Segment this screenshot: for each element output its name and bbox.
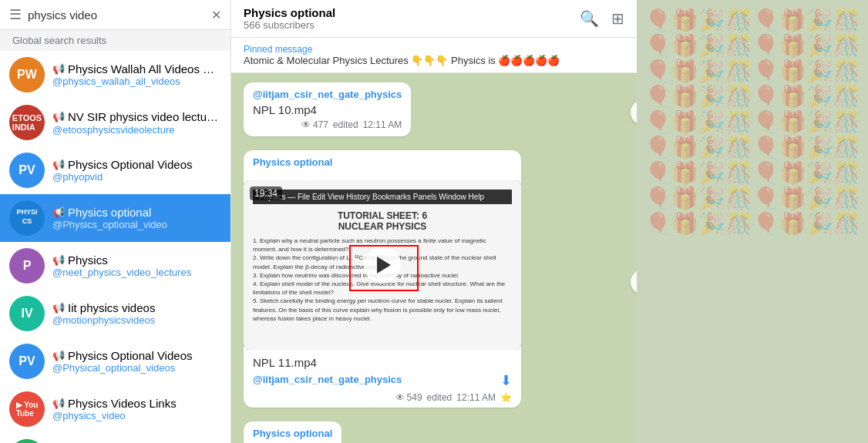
chat-info: 📢 NV SIR physics video lectures NV 🎉 @et… — [52, 110, 221, 136]
columns-icon[interactable]: ⊞ — [611, 9, 624, 28]
broadcast-icon: 📢 — [52, 302, 65, 314]
edited-label-2: edited — [427, 392, 453, 403]
chat-name: Physics Videos Links — [68, 397, 177, 410]
sidebar-item-nv-sir[interactable]: ETOOSINDIA 📢 NV SIR physics video lectur… — [0, 99, 230, 146]
eye-icon-2: 👁 — [395, 392, 405, 403]
chat-info: 📢 Physics Videos Links @physics_video — [52, 397, 221, 421]
channel-msg-header-2: Physics optional — [244, 150, 521, 177]
main-chat: Physics optional 566 subscribers 🔍 ⊞ Pin… — [231, 0, 637, 443]
sidebar-item-physics-optional-videos-2[interactable]: PV 📢 Physics Optional Videos @Physical_o… — [0, 337, 230, 385]
chat-header-subtitle: 566 subscribers — [244, 19, 580, 31]
avatar: ETOOSINDIA — [9, 105, 45, 140]
sidebar-item-physics-optional[interactable]: PHYSICS 📢 Physics optional @Physics_opti… — [0, 194, 230, 242]
hamburger-icon[interactable]: ☰ — [9, 6, 22, 23]
forward-button-2[interactable]: ↪ — [631, 270, 637, 294]
avatar: IV — [9, 296, 45, 331]
message-sender-2: @iitjam_csir_net_gate_physics — [253, 374, 497, 385]
chat-info: 📢 Iit physics videos @motionphysicsvideo… — [52, 301, 221, 326]
chat-username: @Physical_optional_videos — [52, 362, 221, 374]
avatar: ▶ YouTube — [9, 391, 45, 427]
message-views-2: 👁 549 — [395, 392, 422, 403]
message-time-1: 12:11 AM — [363, 119, 402, 130]
avatar: PW — [9, 57, 45, 92]
chat-info: 📢 Physics @neet_physics_video_lectures — [52, 253, 221, 278]
pinned-text: Atomic & Molecular Physics Lectures 👇👇👇 … — [244, 55, 624, 66]
clear-search-button[interactable]: ✕ — [211, 8, 221, 22]
channel-name-3: Physics optional — [253, 428, 332, 439]
view-count-1: 477 — [313, 119, 328, 130]
chat-list: PW 📢 Physics Wallah All Videos Free @phy… — [0, 51, 230, 443]
message-sender-1: @iitjam_csir_net_gate_physics — [253, 89, 402, 100]
view-count-2: 549 — [407, 392, 422, 403]
chat-name: Physics Optional Videos — [68, 349, 192, 362]
search-input[interactable] — [28, 8, 205, 22]
chat-header-info: Physics optional 566 subscribers — [244, 6, 580, 31]
forward-button-1[interactable]: ↪ — [631, 100, 637, 125]
sidebar-item-iit-physics[interactable]: IV 📢 Iit physics videos @motionphysicsvi… — [0, 290, 230, 337]
search-bar: ☰ ✕ — [0, 0, 230, 30]
chat-name: NV SIR physics video lectures NV 🎉 — [68, 110, 221, 124]
sidebar-item-physics-videos[interactable]: ⚛ 📢 Physics Videos 🎬 @physics_videos — [0, 433, 230, 443]
avatar: PHYSICS — [9, 200, 45, 236]
messages-area[interactable]: @iitjam_csir_net_gate_physics NPL 10.mp4… — [231, 73, 637, 443]
message-bubble-2: Physics optional Physics — File Edit Vie… — [244, 150, 521, 408]
chat-username: @Physics_optional_video — [52, 219, 221, 230]
message-wrapper-1: @iitjam_csir_net_gate_physics NPL 10.mp4… — [244, 82, 624, 143]
broadcast-icon: 📢 — [52, 206, 65, 218]
video-timestamp-2: 19:34 — [250, 186, 282, 200]
doc-title: TUTORIAL SHEET: 6NUCLEAR PHYSICS — [253, 210, 512, 232]
avatar: PV — [9, 153, 45, 188]
message-bubble-1: @iitjam_csir_net_gate_physics NPL 10.mp4… — [244, 82, 411, 136]
broadcast-icon: 📢 — [52, 254, 65, 266]
svg-text:CS: CS — [22, 217, 32, 225]
gold-star-2: ⭐ — [500, 392, 512, 403]
message-wrapper-3: Physics optional ↓ 1:44:33 604.1 MB — [244, 421, 624, 443]
svg-text:PHYSI: PHYSI — [16, 208, 37, 216]
chat-name: Physics Optional Videos — [68, 158, 192, 171]
edited-label-1: edited — [333, 119, 358, 130]
pinned-label: Pinned message — [244, 44, 624, 55]
chat-header-actions: 🔍 ⊞ — [580, 9, 624, 28]
sidebar-item-physics-optional-videos[interactable]: PV 📢 Physics Optional Videos @phyopvid — [0, 146, 230, 194]
chat-username: @motionphysicsvideos — [52, 314, 221, 326]
broadcast-icon: 📢 — [52, 398, 65, 409]
play-button-2[interactable] — [364, 247, 401, 284]
chat-info: 📢 Physics Optional Videos @phyopvid — [52, 158, 221, 183]
chat-info: 📢 Physics Wallah All Videos Free @physic… — [52, 62, 221, 87]
broadcast-icon: 📢 — [52, 63, 65, 75]
download-icon-2[interactable]: ⬇ — [500, 372, 512, 389]
broadcast-icon: 📢 — [52, 159, 65, 170]
chat-header-title: Physics optional — [244, 6, 580, 19]
sidebar-item-physics[interactable]: P 📢 Physics @neet_physics_video_lectures — [0, 242, 230, 290]
message-meta-1: 👁 477 edited 12:11 AM — [253, 119, 402, 130]
message-time-2: 12:11 AM — [456, 392, 496, 403]
right-panel: 🎈🎁🎉🎊🎈🎁🎉🎊🎈🎁🎉🎊🎈🎁🎉🎊🎈🎁🎉🎊🎈🎁🎉🎊🎈🎁🎉🎊🎈🎁🎉🎊🎈🎁🎉🎊🎈🎁🎉🎊… — [637, 0, 868, 443]
svg-point-5 — [9, 439, 45, 443]
chat-info: 📢 Physics optional @Physics_optional_vid… — [52, 206, 221, 230]
chat-username: @neet_physics_video_lectures — [52, 267, 221, 278]
message-filename-1: NPL 10.mp4 — [253, 103, 402, 116]
sidebar-item-physics-wallah[interactable]: PW 📢 Physics Wallah All Videos Free @phy… — [0, 51, 230, 99]
chat-name: Iit physics videos — [68, 301, 155, 314]
chat-name: Physics optional — [68, 206, 151, 219]
search-icon[interactable]: 🔍 — [580, 9, 599, 28]
pinned-message-bar[interactable]: Pinned message Atomic & Molecular Physic… — [231, 38, 637, 73]
message-wrapper-2: Physics optional Physics — File Edit Vie… — [244, 150, 624, 414]
chat-username: @physics_wallah_all_videos — [52, 76, 221, 87]
avatar: ⚛ — [9, 439, 45, 443]
avatar: PV — [9, 344, 45, 379]
message-bubble-3: Physics optional ↓ 1:44:33 604.1 MB — [244, 421, 341, 443]
sidebar-item-physics-videos-links[interactable]: ▶ YouTube 📢 Physics Videos Links @physic… — [0, 385, 230, 433]
channel-msg-header-3: Physics optional — [244, 421, 341, 443]
svg-text:PW: PW — [17, 68, 38, 81]
message-meta-2: 👁 549 edited 12:11 AM ⭐ — [253, 392, 512, 403]
eye-icon: 👁 — [301, 119, 311, 130]
channel-name-2: Physics optional — [253, 156, 512, 168]
chat-username: @physics_video — [52, 410, 221, 421]
broadcast-icon: 📢 — [52, 111, 65, 122]
message-bottom-2: NPL 11.mp4 @iitjam_csir_net_gate_physics… — [244, 350, 521, 408]
chat-header: Physics optional 566 subscribers 🔍 ⊞ — [231, 0, 637, 38]
doc-header: Physics — File Edit View History Bookmar… — [253, 190, 512, 204]
broadcast-icon: 📢 — [52, 350, 65, 361]
avatar: P — [9, 248, 45, 284]
